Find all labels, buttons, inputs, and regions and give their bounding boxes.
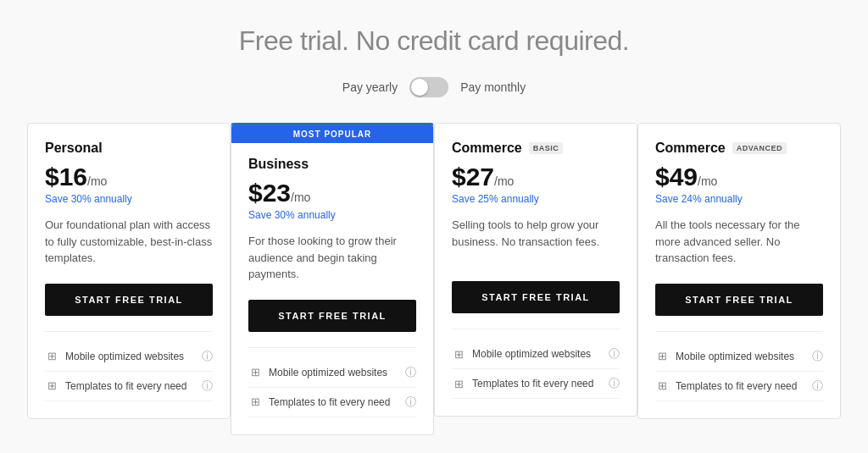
feature-item: ⊞ Mobile optimized websites ⓘ [248, 358, 416, 388]
billing-toggle-row: Pay yearly Pay monthly [17, 77, 851, 97]
info-icon[interactable]: ⓘ [609, 376, 620, 391]
feature-left: ⊞ Templates to fit every need [248, 395, 390, 409]
toggle-thumb [411, 79, 428, 96]
page-title: Free trial. No credit card required. [17, 25, 851, 57]
plan-price: $49/mo [655, 163, 823, 191]
plan-description: Selling tools to help grow your business… [452, 217, 620, 264]
plan-name: CommerceADVANCED [655, 141, 823, 156]
feature-text: Templates to fit every need [676, 380, 797, 392]
plan-description: For those looking to grow their audience… [248, 233, 416, 283]
feature-list: ⊞ Mobile optimized websites ⓘ ⊞ Template… [452, 329, 620, 399]
feature-left: ⊞ Mobile optimized websites [452, 347, 591, 361]
feature-left: ⊞ Mobile optimized websites [45, 350, 184, 363]
feature-item: ⊞ Templates to fit every need ⓘ [45, 372, 213, 401]
info-icon[interactable]: ⓘ [405, 395, 416, 410]
start-trial-button[interactable]: START FREE TRIAL [45, 284, 213, 316]
plan-price: $23/mo [248, 179, 416, 207]
feature-text: Mobile optimized websites [676, 351, 794, 362]
plan-card-commerce-basic: CommerceBASIC $27/mo Save 25% annually S… [434, 123, 637, 417]
info-icon[interactable]: ⓘ [405, 365, 416, 380]
feature-icon: ⊞ [452, 377, 465, 390]
plan-tier-badge: ADVANCED [732, 142, 787, 154]
feature-text: Mobile optimized websites [472, 348, 591, 360]
plan-period: /mo [87, 174, 107, 188]
feature-item: ⊞ Templates to fit every need ⓘ [655, 372, 823, 401]
plan-period: /mo [698, 174, 717, 188]
popular-badge: MOST POPULAR [231, 125, 433, 143]
start-trial-button[interactable]: START FREE TRIAL [452, 281, 620, 313]
feature-icon: ⊞ [452, 347, 465, 361]
info-icon[interactable]: ⓘ [812, 378, 823, 394]
feature-item: ⊞ Templates to fit every need ⓘ [452, 369, 620, 399]
plan-price: $27/mo [452, 163, 620, 191]
feature-icon: ⊞ [655, 350, 669, 363]
feature-text: Templates to fit every need [65, 380, 186, 392]
plan-savings: Save 30% annually [45, 193, 213, 205]
feature-left: ⊞ Mobile optimized websites [248, 366, 387, 379]
billing-yearly-label: Pay yearly [342, 80, 398, 94]
feature-list: ⊞ Mobile optimized websites ⓘ ⊞ Template… [248, 347, 416, 417]
feature-item: ⊞ Mobile optimized websites ⓘ [45, 342, 213, 372]
feature-left: ⊞ Templates to fit every need [452, 377, 593, 390]
feature-list: ⊞ Mobile optimized websites ⓘ ⊞ Template… [45, 331, 213, 401]
plan-savings: Save 30% annually [248, 209, 416, 221]
feature-left: ⊞ Templates to fit every need [655, 379, 797, 393]
feature-icon: ⊞ [45, 379, 58, 393]
feature-list: ⊞ Mobile optimized websites ⓘ ⊞ Template… [655, 331, 823, 401]
feature-left: ⊞ Templates to fit every need [45, 379, 186, 393]
plan-card-commerce-advanced: CommerceADVANCED $49/mo Save 24% annuall… [637, 123, 841, 419]
feature-icon: ⊞ [248, 366, 262, 379]
feature-text: Mobile optimized websites [269, 367, 387, 378]
billing-monthly-label: Pay monthly [460, 80, 526, 94]
plan-tier-badge: BASIC [529, 142, 564, 154]
feature-left: ⊞ Mobile optimized websites [655, 350, 794, 363]
plan-description: All the tools necessary for the more adv… [655, 217, 823, 267]
feature-item: ⊞ Mobile optimized websites ⓘ [452, 340, 620, 369]
feature-icon: ⊞ [45, 350, 58, 363]
feature-item: ⊞ Templates to fit every need ⓘ [248, 388, 416, 417]
info-icon[interactable]: ⓘ [202, 349, 213, 364]
plan-savings: Save 25% annually [452, 193, 620, 205]
plan-card-personal: Personal $16/mo Save 30% annually Our fo… [27, 123, 231, 419]
feature-text: Mobile optimized websites [65, 351, 184, 362]
plan-description: Our foundational plan with access to ful… [45, 217, 213, 267]
feature-item: ⊞ Mobile optimized websites ⓘ [655, 342, 823, 372]
info-icon[interactable]: ⓘ [609, 346, 620, 362]
plan-name: Personal [45, 141, 213, 156]
plan-price: $16/mo [45, 163, 213, 191]
info-icon[interactable]: ⓘ [202, 378, 213, 394]
plan-name: Business [248, 157, 416, 172]
plan-name: CommerceBASIC [452, 141, 620, 156]
plans-container: Personal $16/mo Save 30% annually Our fo… [27, 123, 841, 435]
feature-icon: ⊞ [248, 395, 262, 409]
feature-icon: ⊞ [655, 379, 669, 393]
plan-period: /mo [291, 191, 310, 204]
info-icon[interactable]: ⓘ [812, 349, 823, 364]
page-header: Free trial. No credit card required. [17, 25, 851, 57]
feature-text: Templates to fit every need [472, 378, 593, 389]
plan-savings: Save 24% annually [655, 193, 823, 205]
start-trial-button[interactable]: START FREE TRIAL [248, 300, 416, 332]
start-trial-button[interactable]: START FREE TRIAL [655, 284, 823, 316]
plan-card-business: MOST POPULAR Business $23/mo Save 30% an… [231, 123, 434, 435]
feature-text: Templates to fit every need [269, 396, 390, 408]
plan-period: /mo [494, 174, 514, 188]
billing-toggle[interactable] [409, 77, 448, 97]
